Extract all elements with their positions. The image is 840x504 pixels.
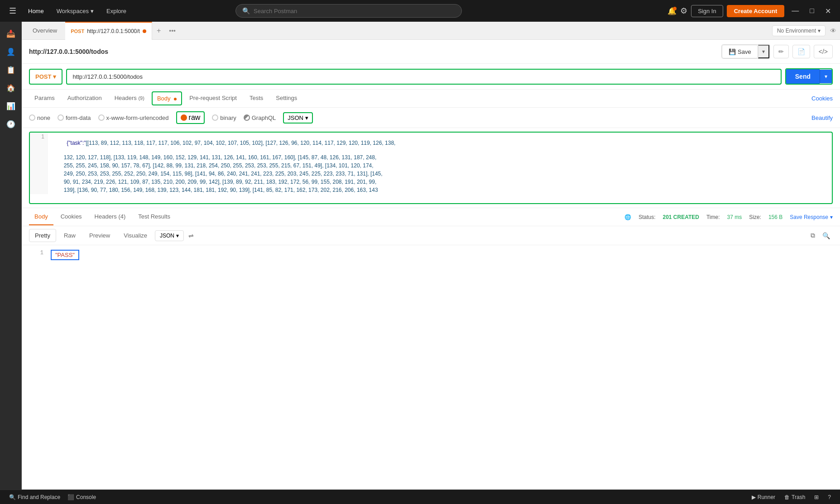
environment-eye-icon[interactable]: 👁 [830, 27, 836, 34]
send-button[interactable]: Send [786, 69, 820, 84]
environment-label: No Environment [777, 28, 816, 34]
sidebar-icon-history[interactable]: 🕐 [3, 116, 19, 132]
save-response-button[interactable]: Save Response ▾ [790, 214, 833, 220]
resp-tab-cookies[interactable]: Cookies [55, 209, 87, 225]
environment-selector[interactable]: No Environment ▾ [772, 25, 826, 36]
header-actions: 💾 Save ▾ ✏ 📄 </> [721, 44, 833, 59]
runner-icon: ▶ [752, 494, 756, 500]
sign-in-button[interactable]: Sign In [691, 5, 723, 17]
sidebar-icon-collections[interactable]: 📋 [3, 62, 19, 78]
radio-none-dot [29, 114, 35, 121]
globe-icon: 🌐 [624, 214, 631, 220]
response-value: "PASS" [51, 250, 79, 260]
environment-chevron-icon: ▾ [818, 28, 821, 34]
sidebar-icon-home[interactable]: 🏠 [3, 80, 19, 96]
tabs-bar: Overview POST http://127.0.0.1:5000/t + … [22, 22, 840, 40]
close-button[interactable]: ✕ [821, 5, 835, 17]
runner-button[interactable]: ▶ Runner [748, 492, 779, 502]
resp-tab-body[interactable]: Body [29, 209, 53, 225]
response-section: Body Cookies Headers (4) Test Results 🌐 … [22, 208, 840, 490]
code-line-2: 132, 120, 127, 118], [133, 119, 148, 149… [30, 153, 832, 162]
nav-workspaces[interactable]: Workspaces ▾ [52, 6, 98, 16]
doc-button[interactable]: 📄 [792, 45, 810, 58]
create-account-button[interactable]: Create Account [727, 5, 785, 17]
copy-response-button[interactable]: ⧉ [808, 229, 818, 242]
sidebar-icon-new[interactable]: 📥 [3, 25, 19, 42]
response-tabs-bar: Body Cookies Headers (4) Test Results 🌐 … [22, 208, 840, 226]
response-format-selector[interactable]: JSON ▾ [155, 230, 184, 241]
find-replace-button[interactable]: 🔍 Find and Replace [5, 492, 64, 502]
search-icon: 🔍 [242, 7, 250, 14]
tab-add-button[interactable]: + [153, 23, 164, 38]
tab-headers[interactable]: Headers (9) [109, 90, 150, 107]
save-button[interactable]: 💾 Save [722, 45, 758, 58]
code-editor[interactable]: 1 {"task":"[[113, 89, 112, 113, 118, 117… [29, 132, 833, 204]
radio-raw[interactable]: raw [176, 111, 205, 124]
grid-button[interactable]: ⊞ [811, 492, 822, 502]
help-button[interactable]: ? [824, 492, 835, 502]
line-content-4[interactable]: 249, 250, 253, 253, 255, 252, 250, 249, … [48, 170, 832, 178]
save-dropdown-button[interactable]: ▾ [758, 45, 769, 58]
radio-binary-dot [212, 114, 218, 121]
radio-graphql[interactable]: GraphQL [244, 114, 276, 121]
maximize-button[interactable]: □ [806, 5, 818, 17]
trash-button[interactable]: 🗑 Trash [781, 492, 809, 502]
notification-icon[interactable]: 🔔 [667, 7, 677, 15]
fmt-tab-visualize[interactable]: Visualize [118, 229, 153, 242]
line-content-3[interactable]: 255, 255, 245, 158, 90, 157, 78, 67], [1… [48, 162, 832, 170]
search-response-button[interactable]: 🔍 [820, 229, 833, 242]
tab-settings[interactable]: Settings [270, 90, 302, 107]
radio-form-data-dot [58, 114, 64, 121]
search-bar[interactable]: 🔍 [235, 4, 462, 18]
tab-body[interactable]: Body [152, 91, 182, 105]
code-button[interactable]: </> [814, 45, 833, 58]
search-input[interactable] [254, 8, 455, 14]
request-tabs: Params Authorization Headers (9) Body Pr… [22, 90, 840, 108]
tab-tests[interactable]: Tests [244, 90, 269, 107]
settings-icon[interactable]: ⚙ [680, 6, 687, 16]
fmt-tab-preview[interactable]: Preview [83, 229, 116, 242]
resp-tab-test-results[interactable]: Test Results [133, 209, 176, 225]
url-input[interactable] [66, 69, 781, 85]
resp-tab-headers[interactable]: Headers (4) [89, 209, 131, 225]
tab-authorization[interactable]: Authorization [62, 90, 107, 107]
radio-form-data[interactable]: form-data [58, 114, 91, 121]
titlebar-actions: 🔔 ⚙ Sign In Create Account — □ ✕ [667, 5, 835, 17]
sidebar: 📥 👤 📋 🏠 📊 🕐 [0, 22, 22, 490]
menu-icon[interactable]: ☰ [5, 4, 20, 18]
code-line-5: 90, 91, 234, 219, 226, 121, 109, 87, 135… [30, 178, 832, 186]
line-number-1: 1 [30, 133, 48, 153]
send-dropdown-button[interactable]: ▾ [820, 70, 832, 83]
tab-more-button[interactable]: ••• [165, 24, 179, 38]
tab-params[interactable]: Params [29, 90, 60, 107]
line-content-1[interactable]: {"task":"[[113, 89, 112, 113, 118, 117, … [48, 133, 832, 153]
resp-line-1: 1 "PASS" [29, 249, 833, 261]
method-selector[interactable]: POST ▾ [29, 69, 62, 85]
request-url-title: http://127.0.0.1:5000/todos [29, 48, 721, 55]
line-content-5[interactable]: 90, 91, 234, 219, 226, 121, 109, 87, 135… [48, 178, 832, 186]
sidebar-icon-user[interactable]: 👤 [3, 43, 19, 60]
console-button[interactable]: ⬛ Console [64, 492, 100, 502]
response-body: 1 "PASS" [22, 245, 840, 490]
radio-urlencoded[interactable]: x-www-form-urlencoded [98, 114, 169, 121]
cookies-link[interactable]: Cookies [811, 95, 833, 102]
tab-overview[interactable]: Overview [25, 24, 64, 38]
save-button-group: 💾 Save ▾ [721, 44, 770, 59]
body-tab-dot [174, 98, 177, 100]
line-content-6[interactable]: 139], [136, 90, 77, 180, 156, 149, 168, … [48, 186, 832, 194]
edit-button[interactable]: ✏ [773, 45, 789, 58]
tab-request[interactable]: POST http://127.0.0.1:5000/t [65, 22, 152, 40]
wrap-icon-button[interactable]: ⇌ [186, 229, 197, 242]
json-format-selector[interactable]: JSON ▾ [283, 112, 313, 124]
nav-home[interactable]: Home [24, 6, 48, 16]
beautify-button[interactable]: Beautify [811, 114, 833, 121]
nav-explore[interactable]: Explore [102, 6, 131, 16]
fmt-tab-raw[interactable]: Raw [58, 229, 82, 242]
radio-binary[interactable]: binary [212, 114, 236, 121]
sidebar-icon-monitor[interactable]: 📊 [3, 98, 19, 114]
line-content-2[interactable]: 132, 120, 127, 118], [133, 119, 148, 149… [48, 153, 832, 162]
minimize-button[interactable]: — [788, 5, 802, 17]
radio-none[interactable]: none [29, 114, 50, 121]
tab-prerequest[interactable]: Pre-request Script [184, 90, 242, 107]
fmt-tab-pretty[interactable]: Pretty [29, 229, 56, 242]
